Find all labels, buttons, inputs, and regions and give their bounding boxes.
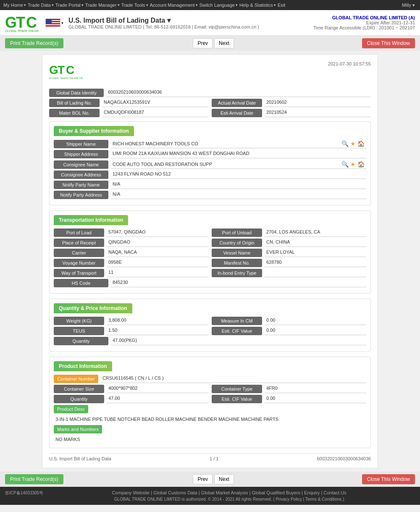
esti-cif-col: Esti. CIF Value 0.00 [212,327,366,335]
record-logo: G T C GLOBAL TRADE ONLINE LIMITED [49,61,83,84]
marks-numbers-label: Marks and Numbers [54,425,102,433]
footer-link-market[interactable]: Global Market Analysis [201,490,248,495]
close-button-bottom[interactable]: Close This Window [362,474,415,484]
transportation-section: Transportation Information Port of Load … [49,210,371,294]
footer-link-customs[interactable]: Global Customs Data [153,490,197,495]
nav-exit[interactable]: Exit [278,3,285,8]
consignee-address-label: Consignee Address [54,171,108,179]
next-button-top[interactable]: Next [214,38,234,48]
hs-code-value: 845230 [111,279,366,287]
port-of-unload-value: 2704, LOS ANGELES, CA [265,228,366,237]
search-icon[interactable]: 🔍 [341,140,349,147]
container-number-value: CRSU6116545 ( CN / L / CS ) [101,375,366,383]
teus-value: 1.50 [107,327,208,335]
voyage-number-col: Voyage Number 0958E [54,259,208,267]
shipper-address-row: Shipper Address LIMI ROOM 21A KAIXUAN MA… [54,150,366,158]
transport-inbond-row: Way of Transport 11 In-bond Entry Type [54,269,366,277]
record-footer-left: U.S. Import Bill of Lading Data [49,456,111,461]
container-type-col: Container Type 4FR0 [212,385,366,393]
manifest-no-col: Manifest No. 628780 [212,259,366,267]
vessel-name-col: Vessel Name EVER LOYAL [212,249,366,257]
consignee-name-row: Consignee Name CODE AUTO TOOL AND RESTOR… [54,160,366,169]
consignee-icons: 🔍 ★ 🏠 [341,161,365,168]
svg-text:G: G [49,63,58,76]
notify-party-name-row: Notify Party Name N/A [54,181,366,189]
close-button-top[interactable]: Close This Window [362,38,415,48]
nav-trade-portal[interactable]: Trade Portal▾ [55,3,84,8]
container-size-type-row: Container Size 4000*907*802 Container Ty… [54,385,366,393]
nav-my-home[interactable]: My Home▾ [3,3,26,8]
expire-date: Expire After 2021-12-31 [313,20,415,25]
nav-trade-manager[interactable]: Trade Manager▾ [85,3,120,8]
actual-arrival-col: Actual Arrival Date 20210602 [212,99,371,107]
container-type-label: Container Type [212,385,262,393]
quantity-price-header: Quantity & Price Information [54,303,132,313]
bol-arrival-row: Bill of Lading No. NAQAGLAX1253591V Actu… [49,99,371,107]
notify-party-address-row: Notify Party Address N/A [54,191,366,199]
svg-text:T: T [58,63,65,76]
record-footer: U.S. Import Bill of Lading Data 1 / 1 60… [49,453,371,461]
carrier-label: Carrier [54,249,104,257]
esti-arrival-label: Esti Arrival Date [212,109,262,117]
star-icon[interactable]: ★ [350,140,356,147]
home-icon[interactable]: 🏠 [357,140,365,147]
record-footer-center: 1 / 1 [210,456,218,461]
quantity-price-section: Quantity & Price Information Weight (KG)… [49,299,371,352]
esti-cif-value-1: 0.00 [265,327,366,335]
flag-dropdown[interactable]: ▾ [61,21,63,25]
nav-account-management[interactable]: Account Management▾ [150,3,198,8]
measure-cm-value: 0.00 [265,317,366,325]
shipper-name-value-area: RICH HONEST MACHINERY TOOLS CO 🔍 ★ 🏠 [111,139,366,148]
product-quantity-value: 47.00 [107,395,208,403]
inbond-entry-type-col: In-bond Entry Type [212,269,366,277]
product-desc-label: Product Desc [54,405,88,413]
footer-link-contact[interactable]: Contact Us [323,490,346,495]
port-of-unload-col: Port of Unload 2704, LOS ANGELES, CA [212,228,366,237]
nav-trade-tools[interactable]: Trade Tools▾ [121,3,148,8]
prev-button-top[interactable]: Prev [193,38,213,48]
place-of-receipt-col: Place of Receipt QINGDAO [54,239,208,247]
nav-user[interactable]: Milly ▾ [402,3,415,8]
hs-code-label: HS Code [54,279,108,287]
weight-value: 3,808.00 [107,317,208,325]
home-icon-2[interactable]: 🏠 [357,161,365,168]
top-action-bar: Print Trade Record(s) Prev Next Close Th… [0,36,420,51]
esti-arrival-col: Esti Arrival Date 20210524 [212,109,371,117]
teus-cif-row: TEUS 1.50 Esti. CIF Value 0.00 [54,327,366,335]
container-number-row: Container Number CRSU6116545 ( CN / L / … [54,375,366,383]
measure-cm-label: Measure In CM [212,317,262,325]
search-icon-2[interactable]: 🔍 [341,161,349,168]
consignee-name-value-area: CODE AUTO TOOL AND RESTORATION SUPP 🔍 ★ … [111,160,366,169]
footer-link-enquiry[interactable]: Enquiry [304,490,320,495]
voyage-manifest-row: Voyage Number 0958E Manifest No. 628780 [54,259,366,267]
port-of-load-col: Port of Load 57047, QINGDAO [54,228,208,237]
next-button-bottom[interactable]: Next [214,474,234,484]
nav-switch-language[interactable]: Switch Language▾ [200,3,238,8]
icp-number: 苏ICP备14033305号 [5,490,43,496]
print-button-bottom[interactable]: Print Trade Record(s) [5,474,63,484]
shipper-address-label: Shipper Address [54,150,108,158]
product-esti-cif-value: 0.00 [265,395,366,403]
container-number-label: Container Number [54,375,98,383]
footer-copyright: GLOBAL TRADE ONLINE LIMITED is authorize… [43,497,415,501]
print-button-top[interactable]: Print Trade Record(s) [5,38,63,48]
record-datetime: 2021-07-30 10:57:55 [328,61,371,66]
quantity-row: Quantity 47.00(PKG) [54,337,366,345]
shipper-name-value: RICH HONEST MACHINERY TOOLS CO [113,141,339,146]
product-desc-row: Product Desc [54,405,366,413]
record-footer-right: 600320210603000634036 [317,456,371,461]
marks-numbers-text: NO MARKS [54,435,366,444]
star-icon-2[interactable]: ★ [350,161,356,168]
nav-help-statistics[interactable]: Help & Statistics▾ [239,3,276,8]
consignee-address-value: 1243 FLYNN ROAD NO 512 [111,171,366,179]
prev-button-bottom[interactable]: Prev [193,474,213,484]
footer-link-buyers[interactable]: Global Qualified Buyers [252,490,300,495]
nav-trade-data[interactable]: Trade Data▾ [28,3,54,8]
carrier-col: Carrier NAQA, NACA [54,249,208,257]
buyer-supplier-header: Buyer & Supplier Information [54,126,134,136]
container-size-label: Container Size [54,385,104,393]
top-navigation: My Home▾ Trade Data▾ Trade Portal▾ Trade… [0,0,420,10]
svg-text:T: T [16,14,25,31]
measure-cm-col: Measure In CM 0.00 [212,317,366,325]
footer-link-company[interactable]: Company Website [112,490,150,495]
